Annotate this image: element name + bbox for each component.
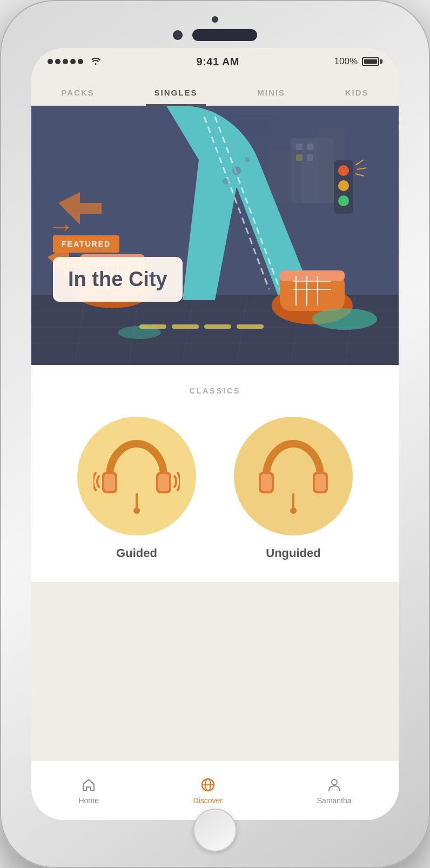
status-right: 100% — [334, 56, 382, 67]
svg-rect-52 — [172, 324, 199, 329]
svg-rect-28 — [280, 270, 345, 281]
status-left — [48, 56, 102, 67]
svg-rect-56 — [104, 474, 115, 491]
svg-point-35 — [338, 165, 349, 176]
nav-discover-label: Discover — [193, 796, 223, 805]
svg-rect-58 — [158, 474, 169, 491]
phone-screen: 9:41 AM 100% PACKS SINGLES MINIS KIDS — [31, 48, 399, 820]
svg-point-48 — [232, 166, 241, 175]
svg-rect-42 — [307, 144, 313, 150]
svg-rect-51 — [139, 324, 166, 329]
phone-frame: 9:41 AM 100% PACKS SINGLES MINIS KIDS — [0, 0, 430, 868]
svg-point-49 — [223, 178, 229, 185]
svg-point-36 — [338, 180, 349, 191]
svg-point-70 — [332, 779, 337, 785]
discover-icon — [200, 777, 216, 793]
navigation-tabs: PACKS SINGLES MINIS KIDS — [31, 75, 399, 106]
unguided-item[interactable]: Unguided — [234, 417, 353, 560]
svg-rect-53 — [204, 324, 231, 329]
signal-dot-4 — [70, 59, 76, 64]
featured-badge: FEATURED — [53, 235, 119, 253]
front-sensor — [212, 16, 218, 23]
svg-rect-62 — [261, 474, 272, 491]
top-hardware — [173, 29, 257, 41]
nav-profile-label: Samantha — [317, 796, 352, 805]
signal-dot-1 — [48, 59, 53, 64]
status-bar: 9:41 AM 100% — [31, 48, 399, 75]
signal-dot-2 — [55, 59, 61, 64]
classics-row: Guided — [48, 417, 382, 560]
svg-point-45 — [312, 308, 377, 330]
tab-minis[interactable]: MINIS — [248, 84, 294, 105]
wifi-icon — [90, 56, 102, 67]
signal-dot-3 — [63, 59, 68, 64]
person-icon — [326, 777, 342, 793]
svg-point-60 — [133, 507, 140, 514]
front-camera — [173, 30, 183, 40]
svg-rect-64 — [315, 474, 326, 491]
guided-label: Guided — [116, 546, 157, 560]
guided-item[interactable]: Guided — [77, 417, 196, 560]
unguided-headphone-circle — [234, 417, 353, 535]
svg-rect-54 — [237, 324, 264, 329]
nav-home[interactable]: Home — [78, 777, 98, 805]
nav-discover[interactable]: Discover — [193, 777, 223, 805]
svg-point-37 — [338, 195, 349, 206]
signal-dot-5 — [78, 59, 83, 64]
nav-home-label: Home — [78, 796, 98, 805]
battery-percent: 100% — [334, 56, 358, 67]
svg-point-66 — [290, 507, 297, 514]
classics-section: CLASSICS — [31, 365, 399, 582]
battery-icon — [362, 57, 382, 66]
tab-packs[interactable]: PACKS — [52, 84, 103, 105]
tab-kids[interactable]: KIDS — [337, 84, 378, 105]
tab-singles[interactable]: SINGLES — [146, 84, 206, 105]
featured-title: In the City — [68, 268, 167, 290]
featured-title-box[interactable]: In the City — [53, 257, 183, 302]
unguided-label: Unguided — [266, 546, 320, 560]
svg-point-50 — [245, 157, 250, 162]
status-time: 9:41 AM — [197, 56, 239, 68]
svg-rect-43 — [296, 154, 303, 161]
featured-banner[interactable]: → FEATURED In the City — [31, 106, 399, 365]
guided-headphone-circle — [77, 417, 196, 535]
svg-rect-41 — [296, 144, 303, 150]
earpiece-speaker — [192, 29, 257, 41]
home-button[interactable] — [193, 809, 237, 852]
svg-rect-44 — [307, 154, 313, 161]
home-icon — [80, 777, 97, 793]
nav-profile[interactable]: Samantha — [317, 777, 352, 805]
classics-label: CLASSICS — [48, 386, 382, 395]
signal-indicator — [48, 59, 83, 64]
